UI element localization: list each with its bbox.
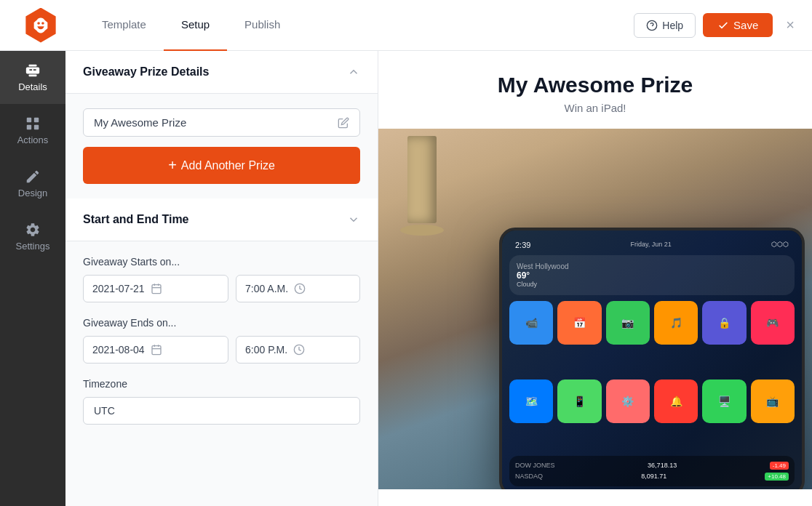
tab-setup[interactable]: Setup [164,0,227,51]
time-section-body: Giveaway Starts on... 2021-07-21 7:00 A.… [65,241,378,439]
sidebar-item-actions[interactable]: Actions [0,104,65,157]
end-date-input[interactable]: 2021-08-04 [83,336,228,364]
details-icon [25,63,41,79]
main-layout: Details Actions Design Settings [0,51,812,506]
app-icon: 📅 [557,301,601,345]
preview-image: 2:39 Friday, Jun 21 ⬡⬡⬡ West Hollywood 6… [378,129,812,489]
svg-rect-4 [27,118,31,122]
svg-rect-8 [152,285,161,294]
ipad-status: 2:39 Friday, Jun 21 ⬡⬡⬡ [509,238,795,252]
prize-section-body: My Awesome Prize + Add Another Prize [65,94,378,198]
end-date-value: 2021-08-04 [92,344,145,356]
help-button[interactable]: Help [634,13,696,38]
app-icon: 📺 [751,380,795,423]
sidebar-item-details[interactable]: Details [0,51,65,104]
timezone-value: UTC [94,405,115,417]
start-time-value: 7:00 A.M. [245,283,288,294]
save-button[interactable]: Save [703,13,773,37]
prize-section-title: Giveaway Prize Details [83,65,209,79]
svg-rect-3 [29,75,37,77]
settings-icon [25,222,41,238]
logo-icon [31,15,51,36]
lamp-decoration [400,136,444,267]
ipad-screen: 2:39 Friday, Jun 21 ⬡⬡⬡ West Hollywood 6… [502,230,802,489]
end-time-value: 6:00 P.M. [245,344,287,356]
edit-icon[interactable] [338,117,349,129]
calendar-icon [151,283,162,294]
clock-end-icon [293,344,305,356]
help-label: Help [662,20,683,31]
close-button[interactable]: × [780,14,800,36]
ends-label: Giveaway Ends on... [83,317,360,329]
time-collapse-icon [347,213,360,226]
add-prize-button[interactable]: + Add Another Prize [83,147,360,184]
preview-header: My Awesome Prize Win an iPad! [378,51,812,129]
sidebar-label-details: Details [18,81,47,92]
app-icon: 🔔 [654,380,698,423]
sidebar-label-settings: Settings [16,241,50,252]
sidebar-label-actions: Actions [17,134,49,145]
collapse-icon [347,65,360,79]
preview-subtitle: Win an iPad! [393,102,797,114]
right-preview: My Awesome Prize Win an iPad! 2:39 Frida… [378,51,812,506]
ipad-mockup: 2:39 Friday, Jun 21 ⬡⬡⬡ West Hollywood 6… [499,228,805,489]
tab-template[interactable]: Template [84,0,164,51]
ipad-stocks: DOW JONES 36,718.13 -1.49 NASDAQ 8,091.7… [509,456,795,486]
top-nav: Template Setup Publish Help Save × [0,0,812,51]
svg-rect-6 [27,125,31,129]
end-datetime-row: 2021-08-04 6:00 P.M. [83,336,360,364]
app-icon: 🗺️ [509,380,553,423]
timezone-input[interactable]: UTC [83,397,360,425]
prize-name-value: My Awesome Prize [94,116,332,129]
design-icon [25,169,41,185]
prize-input-row[interactable]: My Awesome Prize [83,108,360,137]
logo-hex [23,8,58,43]
check-icon [717,20,729,31]
start-date-input[interactable]: 2021-07-21 [83,275,228,302]
time-section-header[interactable]: Start and End Time [65,198,378,241]
clock-icon [294,283,306,294]
nav-tabs: Template Setup Publish [84,0,298,51]
preview-title: My Awesome Prize [393,73,797,97]
svg-rect-5 [34,118,39,122]
sidebar: Details Actions Design Settings [0,51,65,506]
sidebar-label-design: Design [18,188,47,198]
tab-publish[interactable]: Publish [227,0,298,51]
app-icon: 🔒 [702,301,746,345]
actions-icon [25,116,41,132]
sidebar-item-settings[interactable]: Settings [0,210,65,263]
sidebar-item-design[interactable]: Design [0,157,65,210]
app-icon: 🖥️ [702,380,746,423]
ipad-apps: 📹 📅 📷 🎵 🔒 🎮 🗺️ 📱 ⚙️ 🔔 🖥️ 📺 [509,301,795,453]
timezone-label: Timezone [83,378,360,390]
prize-section-header[interactable]: Giveaway Prize Details [65,51,378,94]
app-icon: 🎵 [654,301,698,345]
start-date-value: 2021-07-21 [92,283,145,294]
svg-rect-13 [152,346,161,355]
svg-rect-2 [29,65,37,67]
save-label: Save [733,19,758,31]
app-icon: ⚙️ [606,380,650,423]
end-time-input[interactable]: 6:00 P.M. [236,336,360,364]
app-icon: 🎮 [751,301,795,345]
add-prize-label: Add Another Prize [181,159,275,172]
time-section-title: Start and End Time [83,213,189,226]
start-datetime-row: 2021-07-21 7:00 A.M. [83,275,360,302]
ipad-widget: West Hollywood 69° Cloudy [509,255,795,295]
start-time-input[interactable]: 7:00 A.M. [236,275,360,302]
app-icon: 📱 [557,380,601,423]
calendar-end-icon [151,344,162,356]
help-icon [646,20,658,31]
app-icon: 📹 [509,301,553,345]
starts-label: Giveaway Starts on... [83,256,360,268]
app-icon: 📷 [606,301,650,345]
left-panel: Giveaway Prize Details My Awesome Prize … [65,51,378,506]
svg-rect-7 [34,125,39,129]
logo [12,8,70,43]
